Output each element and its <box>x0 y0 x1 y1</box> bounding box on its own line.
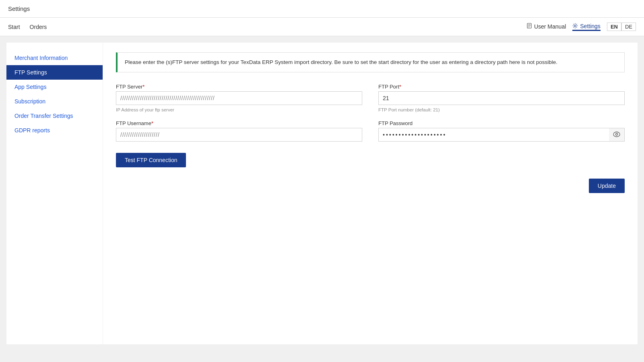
ftp-username-input[interactable] <box>116 128 362 142</box>
ftp-port-label: FTP Port* <box>378 84 625 90</box>
info-box: Please enter the (s)FTP server settings … <box>116 52 625 72</box>
gear-icon <box>572 23 578 30</box>
ftp-port-input[interactable] <box>378 91 625 105</box>
ftp-server-required: * <box>142 84 144 90</box>
lang-en[interactable]: EN <box>607 23 621 31</box>
ftp-username-required: * <box>151 120 153 126</box>
form-group-ftp-password: FTP Password <box>378 120 625 142</box>
sidebar: Merchant Information FTP Settings App Se… <box>6 43 103 344</box>
sidebar-item-app-settings[interactable]: App Settings <box>6 80 103 94</box>
top-bar: Settings <box>0 0 644 18</box>
app-title: Settings <box>8 5 30 12</box>
sidebar-item-subscription[interactable]: Subscription <box>6 94 103 109</box>
ftp-server-hint: IP Address of your ftp server <box>116 107 362 112</box>
ftp-server-label: FTP Server* <box>116 84 362 90</box>
book-icon <box>526 23 532 30</box>
nav-links: Start Orders <box>8 19 47 35</box>
nav-settings[interactable]: Settings <box>572 23 601 31</box>
ftp-username-label: FTP Username* <box>116 120 362 126</box>
nav-right: User Manual Settings EN DE <box>526 23 636 31</box>
sidebar-item-gdpr-reports[interactable]: GDPR reports <box>6 123 103 138</box>
sidebar-item-merchant-information[interactable]: Merchant Information <box>6 51 103 65</box>
sidebar-item-order-transfer-settings[interactable]: Order Transfer Settings <box>6 109 103 123</box>
form-group-ftp-username: FTP Username* <box>116 120 362 142</box>
nav-link-start[interactable]: Start <box>8 19 20 35</box>
password-toggle-button[interactable] <box>609 128 625 142</box>
lang-switcher: EN DE <box>607 23 636 31</box>
update-button[interactable]: Update <box>589 179 625 193</box>
ftp-password-input[interactable] <box>378 128 609 142</box>
form-group-ftp-port: FTP Port* FTP Port number (default: 21) <box>378 84 625 112</box>
nav-bar: Start Orders User Manual Settings <box>0 18 644 36</box>
password-wrapper <box>378 128 625 142</box>
info-text: Please enter the (s)FTP server settings … <box>125 59 557 65</box>
ftp-password-label: FTP Password <box>378 120 625 126</box>
main-content: Merchant Information FTP Settings App Se… <box>6 43 638 344</box>
svg-point-4 <box>574 25 576 27</box>
form-group-ftp-server: FTP Server* IP Address of your ftp serve… <box>116 84 362 112</box>
content-area: Please enter the (s)FTP server settings … <box>103 43 638 344</box>
nav-link-orders[interactable]: Orders <box>30 19 47 35</box>
form-grid: FTP Server* IP Address of your ftp serve… <box>116 84 625 142</box>
lang-de[interactable]: DE <box>621 23 636 31</box>
btn-row: Test FTP Connection <box>116 153 625 167</box>
svg-point-5 <box>613 132 620 137</box>
ftp-server-input[interactable] <box>116 91 362 105</box>
ftp-port-hint: FTP Port number (default: 21) <box>378 107 625 112</box>
svg-point-6 <box>616 133 618 135</box>
ftp-port-required: * <box>399 84 401 90</box>
sidebar-item-ftp-settings[interactable]: FTP Settings <box>6 65 103 80</box>
settings-label: Settings <box>580 23 601 29</box>
eye-icon <box>613 131 620 139</box>
test-ftp-connection-button[interactable]: Test FTP Connection <box>116 153 186 167</box>
user-manual-label: User Manual <box>534 23 566 30</box>
nav-user-manual[interactable]: User Manual <box>526 23 566 31</box>
